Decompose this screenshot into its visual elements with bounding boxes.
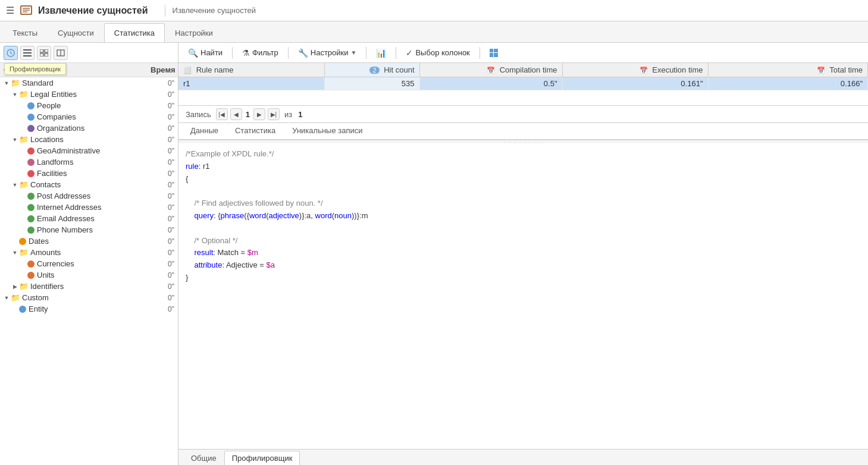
menu-icon[interactable]: ☰ bbox=[6, 5, 14, 16]
expand-identifiers[interactable]: ▶ bbox=[11, 282, 19, 291]
tree-time-currencies: 0" bbox=[156, 260, 178, 268]
hit-col-num: 2 bbox=[369, 67, 379, 74]
expand-postaddr bbox=[19, 192, 27, 200]
collapse-button[interactable] bbox=[37, 46, 51, 60]
tree-label-postaddr: Post Addresses bbox=[37, 191, 156, 200]
tree-item-dates[interactable]: Dates 0" bbox=[0, 235, 178, 247]
col-header-exec[interactable]: 📅 Execution time bbox=[562, 63, 708, 77]
table-row[interactable]: r1 535 0.5" 0.161" 0.166" bbox=[178, 77, 868, 90]
tab-statistics[interactable]: Статистика bbox=[104, 23, 165, 42]
code-editor[interactable]: /*Example of XPDL rule.*/ rule: r1 { /* … bbox=[178, 143, 868, 449]
bottom-tab-general[interactable]: Общие bbox=[183, 451, 224, 465]
current-page: 1 bbox=[246, 110, 250, 119]
tree-item-standard[interactable]: ▼ 📁 Standard 0" bbox=[0, 77, 178, 89]
sidebar: Профилировщик bbox=[0, 43, 178, 465]
col-comp-label: Compilation time bbox=[500, 65, 557, 74]
expand-legal[interactable]: ▼ bbox=[11, 90, 19, 99]
total-col-icon: 📅 bbox=[817, 67, 825, 74]
tree-item-companies[interactable]: Companies 0" bbox=[0, 111, 178, 122]
sidebar-toolbar: Профилировщик bbox=[0, 43, 178, 63]
tree-label-geoadmin: GeoAdministrative bbox=[37, 146, 156, 155]
expand-organizations bbox=[19, 124, 27, 133]
expand-standard[interactable]: ▼ bbox=[2, 79, 11, 87]
find-button[interactable]: 🔍 Найти bbox=[183, 46, 227, 59]
code-line-6: query: {phrase({word(adjective)}:a, word… bbox=[186, 210, 861, 222]
col-header-comp[interactable]: 📅 Compilation time bbox=[419, 63, 562, 77]
sub-tab-statistics[interactable]: Статистика bbox=[228, 123, 283, 139]
tree-time-standard: 0" bbox=[156, 79, 178, 87]
tree-item-legal[interactable]: ▼ 📁 Legal Entities 0" bbox=[0, 89, 178, 100]
tree-label-legal: Legal Entities bbox=[30, 90, 156, 99]
tree-label-entity: Entity bbox=[29, 304, 156, 313]
tree-time-contacts: 0" bbox=[156, 181, 178, 189]
profiler-button[interactable]: Профилировщик bbox=[4, 46, 18, 60]
expand-amounts[interactable]: ▼ bbox=[11, 249, 19, 257]
expand-button[interactable] bbox=[54, 46, 68, 60]
tree-time-inetaddr: 0" bbox=[156, 203, 178, 212]
check-icon: ✓ bbox=[406, 48, 413, 58]
tree-item-facilities[interactable]: Facilities 0" bbox=[0, 168, 178, 179]
circle-geoadmin bbox=[27, 147, 35, 155]
tree-time-emailaddr: 0" bbox=[156, 215, 178, 223]
tree-item-units[interactable]: Units 0" bbox=[0, 269, 178, 281]
list-view-button[interactable] bbox=[20, 46, 35, 60]
table-header-row: ⬜ Rule name 2 Hit count 📅 Compilation ti… bbox=[178, 63, 868, 77]
grid-button[interactable] bbox=[485, 47, 503, 59]
svg-rect-12 bbox=[45, 54, 48, 56]
tree-item-postaddr[interactable]: Post Addresses 0" bbox=[0, 190, 178, 202]
filter-button[interactable]: ⚗ Фильтр bbox=[237, 46, 283, 59]
tree-item-phones[interactable]: Phone Numbers 0" bbox=[0, 224, 178, 235]
folder-icon-custom: 📁 bbox=[11, 294, 20, 302]
tree-item-geoadmin[interactable]: GeoAdministrative 0" bbox=[0, 145, 178, 156]
code-line-4 bbox=[186, 185, 861, 197]
comp-col-icon: 📅 bbox=[487, 67, 495, 74]
prev-page-button[interactable]: ◀ bbox=[230, 108, 242, 120]
expand-locations[interactable]: ▼ bbox=[11, 136, 19, 144]
col-header-hit[interactable]: 2 Hit count bbox=[324, 63, 419, 77]
tree-item-inetaddr[interactable]: Internet Addresses 0" bbox=[0, 202, 178, 213]
tree-item-entity[interactable]: Entity 0" bbox=[0, 303, 178, 315]
tree-item-custom[interactable]: ▼ 📁 Custom 0" bbox=[0, 292, 178, 303]
tab-texts[interactable]: Тексты bbox=[2, 23, 48, 42]
main-tab-bar: Тексты Сущности Статистика Настройки bbox=[0, 21, 868, 43]
expand-phones bbox=[19, 226, 27, 234]
next-page-button[interactable]: ▶ bbox=[253, 108, 265, 120]
col-header-total[interactable]: 📅 Total time bbox=[708, 63, 868, 77]
tree-item-identifiers[interactable]: ▶ 📁 Identifiers 0" bbox=[0, 281, 178, 292]
code-line-11: } bbox=[186, 272, 861, 284]
tree-label-dates: Dates bbox=[29, 237, 156, 246]
tree-item-organizations[interactable]: Organizations 0" bbox=[0, 122, 178, 134]
tree-time-geoadmin: 0" bbox=[156, 147, 178, 155]
tree-time-locations: 0" bbox=[156, 136, 178, 144]
settings-button[interactable]: 🔧 Настройки ▼ bbox=[293, 46, 362, 59]
expand-contacts[interactable]: ▼ bbox=[11, 181, 19, 189]
first-page-button[interactable]: |◀ bbox=[216, 108, 228, 120]
circle-people bbox=[27, 102, 35, 109]
col-header-rule[interactable]: ⬜ Rule name bbox=[178, 63, 324, 77]
main-layout: Профилировщик bbox=[0, 43, 868, 465]
title-bar: ☰ Извлечение сущностей Извлечение сущнос… bbox=[0, 0, 868, 21]
tree-item-currencies[interactable]: Currencies 0" bbox=[0, 258, 178, 269]
tree-item-contacts[interactable]: ▼ 📁 Contacts 0" bbox=[0, 179, 178, 190]
tree-item-amounts[interactable]: ▼ 📁 Amounts 0" bbox=[0, 247, 178, 258]
title-sep bbox=[165, 5, 165, 17]
sub-tab-data[interactable]: Данные bbox=[183, 123, 225, 139]
tree-item-emailaddr[interactable]: Email Addresses 0" bbox=[0, 213, 178, 224]
tree-item-landforms[interactable]: Landforms 0" bbox=[0, 156, 178, 168]
tree-time-landforms: 0" bbox=[156, 158, 178, 166]
tab-settings[interactable]: Настройки bbox=[165, 23, 223, 42]
tab-entities[interactable]: Сущности bbox=[48, 23, 104, 42]
settings-label: Настройки bbox=[311, 48, 349, 57]
tooltip-profiler: Профилировщик bbox=[4, 63, 66, 75]
bottom-tab-profiler[interactable]: Профилировщик bbox=[224, 451, 300, 465]
tree-label-inetaddr: Internet Addresses bbox=[37, 203, 156, 212]
expand-entity bbox=[11, 305, 19, 313]
tree-item-people[interactable]: People 0" bbox=[0, 100, 178, 111]
expand-custom[interactable]: ▼ bbox=[2, 294, 11, 302]
data-table-wrapper: ⬜ Rule name 2 Hit count 📅 Compilation ti… bbox=[178, 63, 868, 106]
last-page-button[interactable]: ▶| bbox=[268, 108, 280, 120]
tree-item-locations[interactable]: ▼ 📁 Locations 0" bbox=[0, 134, 178, 145]
chart-button[interactable]: 📊 bbox=[371, 46, 391, 59]
column-select-button[interactable]: ✓ Выбор колонок bbox=[401, 46, 474, 59]
sub-tab-unique[interactable]: Уникальные записи bbox=[285, 123, 369, 139]
